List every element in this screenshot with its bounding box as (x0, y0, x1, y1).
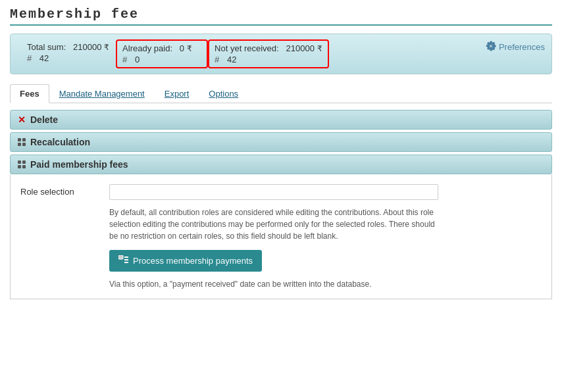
already-paid-section: Already paid: 0 ₹ # 0 (116, 39, 208, 68)
not-yet-count: 42 (227, 55, 236, 64)
total-sum-label: Total sum: 210000 ₹ (27, 42, 109, 52)
tab-options[interactable]: Options (199, 84, 248, 103)
svg-rect-2 (18, 143, 21, 146)
tab-mandate-management[interactable]: Mandate Management (49, 84, 155, 103)
total-sum-value: 210000 (73, 42, 101, 52)
role-selection-help: By default, all contribution roles are c… (109, 207, 438, 242)
already-paid-hash: # (122, 55, 127, 64)
total-count-row: # 42 (27, 53, 109, 63)
summary-bar: Total sum: 210000 ₹ # 42 Already paid: 0… (10, 34, 552, 74)
delete-label: Delete (30, 114, 58, 125)
recalculation-label: Recalculation (30, 137, 90, 147)
tab-fees[interactable]: Fees (10, 84, 49, 103)
svg-rect-0 (18, 138, 21, 141)
already-paid-label: Already paid: 0 ₹ (122, 43, 201, 53)
svg-rect-7 (22, 165, 26, 168)
tab-export[interactable]: Export (155, 84, 199, 103)
gear-icon (486, 41, 496, 53)
total-hash: # (27, 53, 32, 63)
recalculation-header[interactable]: Recalculation (10, 132, 552, 152)
svg-rect-8 (118, 255, 123, 259)
not-yet-currency: ₹ (317, 44, 322, 53)
svg-rect-5 (22, 160, 26, 164)
already-paid-currency: ₹ (187, 44, 192, 53)
not-yet-section: Not yet received: 210000 ₹ # 42 (208, 39, 328, 68)
paid-fees-label: Paid membership fees (30, 159, 128, 170)
paid-fees-icon (17, 160, 26, 169)
already-paid-count: 0 (135, 55, 140, 64)
total-sum-section: Total sum: 210000 ₹ # 42 (20, 39, 116, 66)
preferences-label: Preferences (499, 42, 545, 52)
tabs-container: Fees Mandate Management Export Options (10, 84, 552, 103)
not-yet-label: Not yet received: 210000 ₹ (215, 43, 322, 53)
svg-rect-1 (22, 138, 26, 141)
svg-rect-3 (22, 143, 26, 146)
role-selection-label: Role selection (20, 184, 99, 197)
not-yet-hash: # (215, 55, 219, 64)
already-paid-value: 0 (180, 43, 184, 53)
process-btn-label: Process membership payments (133, 256, 253, 266)
delete-header[interactable]: ✕ Delete (10, 110, 552, 130)
role-selection-row: Role selection (20, 184, 542, 200)
paid-fees-header[interactable]: Paid membership fees (10, 155, 552, 174)
page-title: Membership fee (10, 7, 552, 22)
paid-fees-content: Role selection By default, all contribut… (10, 174, 552, 299)
process-membership-button[interactable]: Process membership payments (109, 250, 262, 272)
total-count: 42 (39, 53, 49, 63)
process-btn-icon (118, 255, 129, 266)
total-currency: ₹ (104, 43, 109, 52)
recalculation-icon (17, 137, 26, 147)
recalculation-section: Recalculation (10, 132, 552, 152)
already-paid-count-row: # 0 (122, 55, 201, 64)
role-selection-input[interactable] (109, 184, 438, 200)
title-divider (10, 24, 552, 26)
delete-section: ✕ Delete (10, 110, 552, 130)
footer-text: Via this option, a "payment received" da… (109, 280, 542, 289)
paid-fees-section: Paid membership fees Role selection By d… (10, 155, 552, 299)
preferences-link[interactable]: Preferences (486, 41, 545, 53)
not-yet-value: 210000 (286, 43, 315, 53)
svg-rect-6 (18, 165, 21, 168)
svg-rect-4 (18, 160, 21, 164)
delete-icon: ✕ (17, 115, 26, 124)
not-yet-count-row: # 42 (215, 55, 322, 64)
